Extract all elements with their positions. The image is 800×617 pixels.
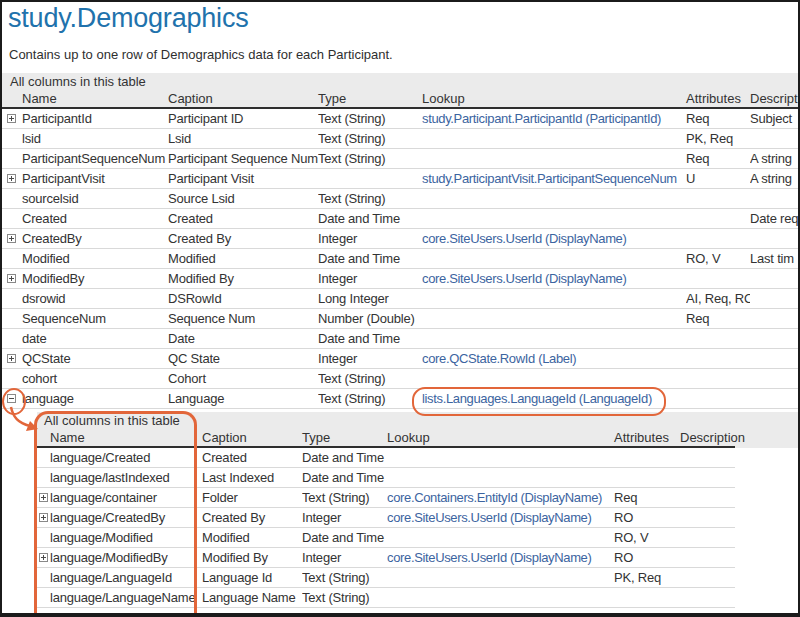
expand-cell [2,349,22,369]
expand-icon[interactable] [39,513,48,522]
collapse-icon[interactable] [7,394,16,403]
cell-lookup [422,129,686,149]
expand-cell [2,229,22,249]
cell-lookup: core.SiteUsers.UserId (DisplayName) [387,508,614,528]
cell-caption: Language [168,389,318,409]
cell-description [680,447,735,468]
page-subtitle: Contains up to one row of Demographics d… [9,47,393,62]
cell-name: QCState [22,349,168,369]
cell-name: language/Modified [50,528,202,548]
cell-name: lsid [22,129,168,149]
cell-attributes: Req [686,149,750,169]
column-header-type: Type [302,430,387,447]
lookup-link[interactable]: core.QCState.RowId (Label) [422,351,576,366]
cell-type: Integer [302,548,387,568]
expand-cell [37,608,50,617]
expand-icon[interactable] [39,553,48,562]
cell-caption: Participant ID [168,108,318,129]
cell-description: Last tim [750,249,798,269]
cell-description [750,129,798,149]
cell-attributes [686,349,750,369]
cell-description [680,568,735,588]
lookup-link[interactable]: lists.Languages.LanguageId (LanguageId) [422,391,652,406]
column-header-attributes: Attributes [686,91,750,108]
cell-lookup: core.QCState.RowId (Label) [422,349,686,369]
expand-icon[interactable] [7,114,16,123]
expand-cell [2,329,22,349]
lookup-link[interactable]: core.SiteUsers.UserId (DisplayName) [387,550,591,565]
table-row: SequenceNumSequence NumNumber (Double)Re… [2,309,798,329]
cell-lookup [387,588,614,608]
cell-caption: Modified [202,528,302,548]
column-header-lookup: Lookup [422,91,686,108]
cell-lookup [422,149,686,169]
expand-icon[interactable] [7,234,16,243]
cell-type: Text (String) [318,189,422,209]
cell-attributes [686,269,750,289]
lookup-link[interactable]: core.SiteUsers.UserId (DisplayName) [387,510,591,525]
cell-caption: Participant Sequence Num [168,149,318,169]
cell-lookup: core.SiteUsers.UserId (DisplayName) [387,548,614,568]
cell-description [750,229,798,249]
cell-caption: Cohort [168,369,318,389]
expand-cell [37,528,50,548]
table-row: language/TranslatorNameTranslator NameTe… [37,608,735,617]
lookup-link[interactable]: study.Participant.ParticipantId (Partici… [422,111,661,126]
cell-description [680,528,735,548]
cell-name: language/Created [50,447,202,468]
column-header-name: Name [22,91,168,108]
cell-attributes: Req [686,108,750,129]
cell-attributes [686,209,750,229]
cell-name: language/lastIndexed [50,468,202,488]
lookup-link[interactable]: study.ParticipantVisit.ParticipantSequen… [422,171,677,186]
cell-caption: Modified By [202,548,302,568]
table-row: lsidLsidText (String)PK, Req [2,129,798,149]
lookup-link[interactable]: core.SiteUsers.UserId (DisplayName) [422,271,626,286]
cell-lookup [387,608,614,617]
cell-name: ParticipantId [22,108,168,129]
table-row: ParticipantIdParticipant IDText (String)… [2,108,798,129]
cell-attributes: Req [614,488,680,508]
expand-icon[interactable] [7,354,16,363]
cell-name: ModifiedBy [22,269,168,289]
cell-type: Long Integer [318,289,422,309]
cell-name: language/ModifiedBy [50,548,202,568]
cell-attributes: PK, Req [686,129,750,149]
table-row: language/CreatedByCreated ByIntegercore.… [37,508,735,528]
cell-name: dsrowid [22,289,168,309]
cell-lookup: core.SiteUsers.UserId (DisplayName) [422,229,686,249]
cell-lookup [422,289,686,309]
cell-type: Text (String) [302,488,387,508]
cell-type: Text (String) [302,568,387,588]
cell-name: ParticipantSequenceNum [22,149,168,169]
sub-table-section-label: All columns in this table [37,412,798,430]
sub-table-header-row: Name Caption Type Lookup Attributes Desc… [37,430,735,447]
cell-type: Text (String) [318,369,422,389]
cell-lookup [422,209,686,229]
cell-type: Text (String) [318,389,422,409]
cell-lookup [422,369,686,389]
expand-cell [37,447,50,468]
expand-icon[interactable] [7,174,16,183]
expand-icon[interactable] [7,274,16,283]
lookup-link[interactable]: core.Containers.EntityId (DisplayName) [387,490,602,505]
cell-description [680,588,735,608]
lookup-link[interactable]: core.SiteUsers.UserId (DisplayName) [422,231,626,246]
cell-caption: Created By [202,508,302,528]
column-header-attributes: Attributes [614,430,680,447]
cell-name: cohort [22,369,168,389]
table-row: CreatedCreatedDate and TimeDate req [2,209,798,229]
cell-type: Date and Time [302,528,387,548]
cell-type: Text (String) [302,588,387,608]
expand-icon[interactable] [39,493,48,502]
cell-type: Integer [318,349,422,369]
cell-type [318,169,422,189]
page-title: study.Demographics [8,3,249,34]
cell-lookup: core.SiteUsers.UserId (DisplayName) [422,269,686,289]
cell-caption: Date [168,329,318,349]
cell-name: Modified [22,249,168,269]
cell-caption: Modified By [168,269,318,289]
cell-attributes [686,389,750,409]
cell-lookup [422,329,686,349]
expand-cell [2,269,22,289]
